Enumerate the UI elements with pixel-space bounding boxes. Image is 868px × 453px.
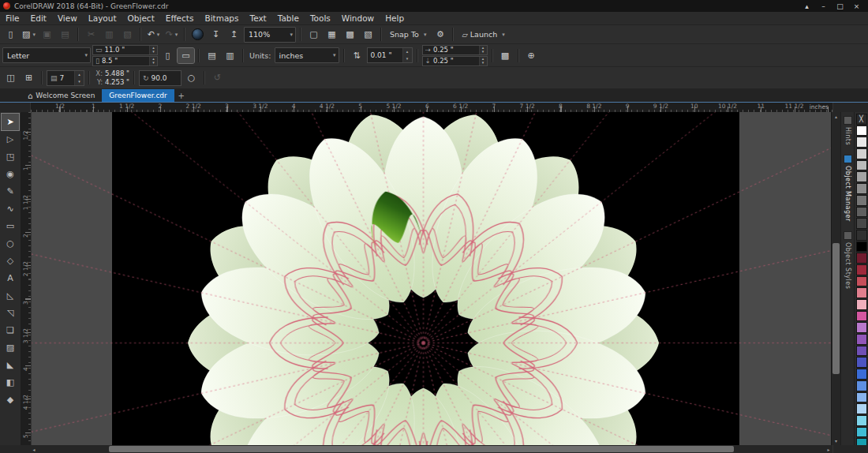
stack-field[interactable]: ⇢0.25 "▴▾ bbox=[422, 45, 488, 55]
full-screen-preview-icon[interactable]: ▢ bbox=[305, 27, 322, 42]
color-swatch[interactable] bbox=[856, 183, 867, 194]
new-document-icon[interactable]: ▯ bbox=[2, 27, 19, 42]
spinner[interactable]: ▴▾ bbox=[479, 46, 487, 54]
color-swatch[interactable] bbox=[856, 403, 867, 414]
vertical-scrollbar[interactable]: ▴ ▾ bbox=[831, 112, 840, 445]
units-combo[interactable]: inches▾ bbox=[275, 47, 339, 63]
stack-field[interactable]: ▯8.5 "▴▾ bbox=[92, 56, 158, 66]
launch-button[interactable]: ▱Launch▾ bbox=[458, 27, 508, 42]
color-swatch[interactable] bbox=[856, 311, 867, 322]
scroll-left-arrow[interactable]: ◂ bbox=[30, 445, 38, 453]
artistic-media-tool[interactable]: ∿ bbox=[2, 200, 19, 217]
color-swatch[interactable] bbox=[856, 380, 867, 391]
color-swatch[interactable] bbox=[856, 299, 867, 310]
color-swatch[interactable] bbox=[856, 276, 867, 287]
page-dimensions-fields[interactable]: ▭11.0 "▴▾▯8.5 "▴▾ bbox=[92, 45, 158, 66]
dropdown-caret-icon[interactable]: ▾ bbox=[290, 32, 293, 38]
import-icon[interactable]: ↧ bbox=[208, 27, 224, 42]
menu-item-effects[interactable]: Effects bbox=[160, 12, 200, 24]
new-tab-button[interactable]: + bbox=[174, 89, 189, 102]
scroll-down-arrow[interactable]: ▾ bbox=[832, 436, 840, 445]
horizontal-scroll-thumb[interactable] bbox=[109, 446, 734, 452]
duplicate-distance-fields[interactable]: ⇢0.25 "▴▾⇣0.25 "▴▾ bbox=[422, 45, 488, 66]
color-swatch[interactable] bbox=[856, 218, 867, 229]
scroll-up-arrow[interactable]: ▴ bbox=[832, 112, 840, 121]
portrait-button[interactable]: ▯ bbox=[159, 48, 176, 63]
pick-tool[interactable]: ➤ bbox=[2, 114, 19, 130]
export-icon[interactable]: ↥ bbox=[226, 27, 242, 42]
color-swatch[interactable] bbox=[856, 287, 867, 298]
text-tool[interactable]: A bbox=[2, 270, 19, 286]
color-swatch[interactable] bbox=[856, 334, 867, 345]
transparency-tool[interactable]: ▨ bbox=[2, 339, 19, 356]
color-swatch[interactable] bbox=[856, 357, 867, 368]
open-icon[interactable]: ▨▾ bbox=[21, 27, 37, 42]
zoom-level-combo[interactable]: 110%▾ bbox=[244, 27, 296, 43]
maximize-button[interactable]: □ bbox=[832, 1, 848, 12]
horizontal-ruler[interactable]: inches 1/211 1/222 1/233 1/244 1/255 1/2… bbox=[31, 103, 832, 112]
minimize-button[interactable]: – bbox=[815, 1, 832, 12]
color-swatch[interactable] bbox=[856, 264, 867, 275]
color-swatch[interactable] bbox=[856, 125, 867, 137]
ribbon-toggle-icon[interactable]: ▴ bbox=[799, 1, 815, 12]
options-gear-icon[interactable]: ⚙ bbox=[432, 27, 448, 42]
dropdown-caret-icon[interactable]: ▾ bbox=[157, 32, 160, 38]
document-tab-greenflower-cdr[interactable]: GreenFlower.cdr bbox=[102, 89, 174, 102]
spin-down-arrow[interactable]: ▾ bbox=[403, 55, 412, 62]
spin-down-arrow[interactable]: ▾ bbox=[150, 50, 157, 54]
smart-fill-tool[interactable]: ◆ bbox=[2, 391, 19, 408]
spin-down-arrow[interactable]: ▾ bbox=[75, 78, 84, 85]
undo-icon[interactable]: ↶▾ bbox=[145, 27, 162, 42]
dropdown-caret-icon[interactable]: ▾ bbox=[424, 32, 427, 38]
menu-item-file[interactable]: File bbox=[0, 12, 25, 24]
color-swatch[interactable] bbox=[856, 195, 867, 206]
vertical-ruler[interactable]: 1/211 1/222 1/233 1/244 1/25 bbox=[21, 112, 32, 445]
spinner[interactable]: ▴▾ bbox=[479, 57, 487, 66]
drawing-svg[interactable] bbox=[32, 112, 831, 445]
spin-up-arrow[interactable]: ▴ bbox=[75, 71, 84, 78]
color-swatch[interactable] bbox=[856, 346, 867, 357]
menu-item-help[interactable]: Help bbox=[380, 12, 410, 24]
docker-tab-hints[interactable]: Hints bbox=[844, 116, 852, 145]
freehand-tool[interactable]: ✎ bbox=[2, 183, 19, 200]
ellipse-tool[interactable]: ○ bbox=[2, 235, 19, 252]
menu-item-edit[interactable]: Edit bbox=[25, 12, 52, 24]
docker-tab-object-styles[interactable]: Object Styles bbox=[844, 231, 852, 289]
no-color-swatch[interactable]: ╳ bbox=[856, 114, 867, 125]
add-plus-icon[interactable]: ⊕ bbox=[523, 48, 540, 63]
stack-field[interactable]: ⇣0.25 "▴▾ bbox=[422, 56, 488, 66]
spinner[interactable]: ▴▾ bbox=[149, 57, 157, 66]
spin-up-arrow[interactable]: ▴ bbox=[403, 48, 412, 55]
menu-item-view[interactable]: View bbox=[52, 12, 83, 24]
dropdown-caret-icon[interactable]: ▾ bbox=[175, 32, 178, 38]
close-button[interactable]: × bbox=[848, 1, 865, 12]
menu-item-table[interactable]: Table bbox=[272, 12, 305, 24]
nudge-offset-icon[interactable]: ⇅ bbox=[349, 48, 365, 63]
dropdown-caret-icon[interactable]: ▾ bbox=[502, 32, 505, 38]
show-grid-icon[interactable]: ▩ bbox=[342, 27, 358, 42]
page-size-combo[interactable]: Letter▾ bbox=[2, 47, 91, 63]
all-pages-button[interactable]: ▤ bbox=[204, 48, 220, 63]
parallel-dimension-tool[interactable]: ◺ bbox=[2, 287, 19, 304]
spinner[interactable]: ▴▾ bbox=[74, 71, 84, 85]
polygon-tool[interactable]: ◇ bbox=[2, 253, 19, 269]
color-swatch[interactable] bbox=[856, 369, 867, 380]
color-swatch[interactable] bbox=[856, 322, 867, 333]
ruler-origin-corner[interactable] bbox=[0, 103, 31, 112]
color-eyedropper-tool[interactable]: ◣ bbox=[2, 357, 19, 373]
shape-tool[interactable]: ▷ bbox=[2, 131, 19, 148]
spinner[interactable]: ▴▾ bbox=[402, 48, 412, 62]
color-swatch[interactable] bbox=[856, 427, 867, 438]
rectangle-tool[interactable]: ▭ bbox=[2, 218, 19, 234]
copies-field[interactable]: ▤7▴▾ bbox=[47, 70, 84, 86]
show-rulers-icon[interactable]: ▦ bbox=[324, 27, 340, 42]
spin-down-arrow[interactable]: ▾ bbox=[480, 61, 487, 66]
color-swatch[interactable] bbox=[856, 415, 867, 426]
spin-down-arrow[interactable]: ▾ bbox=[150, 61, 157, 66]
horizontal-scrollbar[interactable]: ◂ ▸ bbox=[30, 445, 832, 453]
zoom-tool[interactable]: ◉ bbox=[2, 166, 19, 182]
color-swatch[interactable] bbox=[856, 137, 867, 148]
connector-tool[interactable]: ◹ bbox=[2, 305, 19, 321]
menu-item-object[interactable]: Object bbox=[122, 12, 160, 24]
grid-layout-icon[interactable]: ⊞ bbox=[21, 70, 37, 85]
